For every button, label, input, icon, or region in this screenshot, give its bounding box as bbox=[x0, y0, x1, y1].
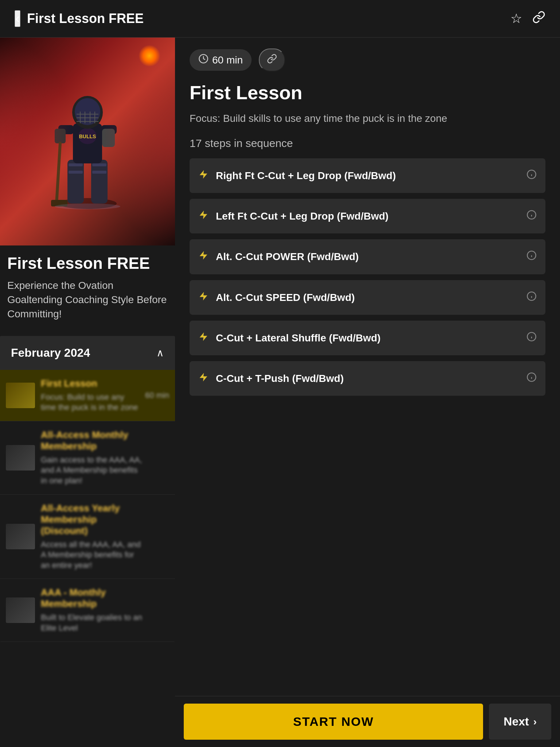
lesson-detail-header: 60 min bbox=[190, 49, 545, 71]
back-button[interactable]: ‹ bbox=[15, 10, 20, 27]
next-arrow-icon: › bbox=[533, 716, 537, 728]
lesson-list-title: First Lesson bbox=[41, 378, 139, 389]
lesson-thumbnail bbox=[6, 383, 35, 408]
lesson-list-title: AAA - Monthly Membership bbox=[41, 587, 144, 609]
lesson-duration: 60 min bbox=[145, 391, 169, 400]
step-item[interactable]: Right Ft C-Cut + Leg Drop (Fwd/Bwd) bbox=[190, 158, 545, 193]
lesson-list-subtitle: Access all the AAA, AA, and A Membership… bbox=[41, 539, 144, 571]
svg-point-15 bbox=[75, 98, 100, 125]
step-text: C-Cut + Lateral Shuffle (Fwd/Bwd) bbox=[216, 331, 519, 345]
sparks-effect bbox=[139, 45, 160, 67]
svg-marker-47 bbox=[200, 373, 207, 381]
steps-count-label: 17 steps in sequence bbox=[190, 137, 545, 150]
copy-link-button[interactable] bbox=[259, 49, 285, 71]
svg-text:BULLS: BULLS bbox=[79, 133, 96, 139]
svg-marker-31 bbox=[200, 211, 207, 219]
info-icon[interactable] bbox=[526, 250, 537, 263]
info-icon[interactable] bbox=[526, 372, 537, 385]
start-now-button[interactable]: START NOW bbox=[184, 704, 483, 740]
right-panel: 60 min First Lesson Focus: Build skills … bbox=[175, 38, 560, 642]
lesson-list-text: All-Access Monthly Membership Gain acces… bbox=[41, 429, 144, 486]
lesson-list-subtitle: Gain access to the AAA, AA, and A Member… bbox=[41, 455, 144, 486]
smoke-effect-left bbox=[0, 38, 73, 245]
lesson-list-text: First Lesson Focus: Build to use any tim… bbox=[41, 378, 139, 413]
month-header[interactable]: February 2024 ∧ bbox=[0, 336, 175, 370]
header-left: ‹ First Lesson FREE bbox=[15, 10, 144, 27]
step-item[interactable]: Left Ft C-Cut + Leg Drop (Fwd/Bwd) bbox=[190, 199, 545, 233]
step-text: C-Cut + T-Push (Fwd/Bwd) bbox=[216, 371, 519, 386]
step-item[interactable]: C-Cut + T-Push (Fwd/Bwd) bbox=[190, 361, 545, 396]
list-item[interactable]: All-Access Yearly Membership (Discount) … bbox=[0, 495, 175, 579]
info-icon[interactable] bbox=[526, 332, 537, 344]
lesson-list-subtitle: Focus: Build to use any time the puck is… bbox=[41, 392, 139, 413]
lesson-list: First Lesson Focus: Build to use any tim… bbox=[0, 370, 175, 642]
smoke-effect-right bbox=[102, 38, 175, 245]
bolt-icon bbox=[198, 291, 209, 304]
lesson-description: Experience the Ovation Goaltending Coach… bbox=[7, 278, 168, 321]
next-button[interactable]: Next › bbox=[489, 704, 551, 740]
main-content: BULLS bbox=[0, 38, 560, 642]
svg-marker-39 bbox=[200, 292, 207, 300]
lesson-thumbnail bbox=[6, 597, 35, 623]
list-item[interactable]: All-Access Monthly Membership Gain acces… bbox=[0, 421, 175, 495]
lesson-thumbnail bbox=[6, 445, 35, 471]
info-icon[interactable] bbox=[526, 169, 537, 182]
steps-list: Right Ft C-Cut + Leg Drop (Fwd/Bwd) Left… bbox=[190, 158, 545, 396]
lesson-focus: Focus: Build skills to use any time the … bbox=[190, 111, 545, 126]
lesson-list-title: All-Access Yearly Membership (Discount) bbox=[41, 503, 144, 537]
step-text: Alt. C-Cut POWER (Fwd/Bwd) bbox=[216, 249, 519, 264]
step-item[interactable]: Alt. C-Cut POWER (Fwd/Bwd) bbox=[190, 239, 545, 274]
info-icon[interactable] bbox=[526, 210, 537, 222]
step-text: Left Ft C-Cut + Leg Drop (Fwd/Bwd) bbox=[216, 209, 519, 223]
month-label: February 2024 bbox=[11, 346, 90, 360]
lesson-meta: First Lesson FREE Experience the Ovation… bbox=[0, 245, 175, 336]
month-section: February 2024 ∧ First Lesson Focus: Buil… bbox=[0, 336, 175, 642]
lesson-title: First Lesson bbox=[190, 82, 545, 104]
left-panel: BULLS bbox=[0, 38, 175, 642]
list-item[interactable]: First Lesson Focus: Build to use any tim… bbox=[0, 370, 175, 421]
step-item[interactable]: Alt. C-Cut SPEED (Fwd/Bwd) bbox=[190, 280, 545, 315]
chevron-up-icon: ∧ bbox=[156, 347, 164, 359]
bolt-icon bbox=[198, 332, 209, 344]
svg-marker-43 bbox=[200, 332, 207, 341]
lesson-list-text: All-Access Yearly Membership (Discount) … bbox=[41, 503, 144, 571]
info-icon[interactable] bbox=[526, 291, 537, 304]
svg-marker-27 bbox=[200, 170, 207, 178]
lesson-hero-image: BULLS bbox=[0, 38, 175, 245]
share-link-button[interactable] bbox=[532, 11, 545, 27]
list-item-inner: First Lesson Focus: Build to use any tim… bbox=[6, 378, 169, 413]
step-text: Right Ft C-Cut + Leg Drop (Fwd/Bwd) bbox=[216, 169, 519, 183]
list-item[interactable]: AAA - Monthly Membership Built to Elevat… bbox=[0, 579, 175, 642]
bottom-action-bar: START NOW Next › bbox=[175, 696, 560, 747]
bookmark-button[interactable]: ☆ bbox=[510, 11, 522, 27]
bolt-icon bbox=[198, 250, 209, 263]
duration-badge: 60 min bbox=[190, 49, 252, 71]
lesson-list-text: AAA - Monthly Membership Built to Elevat… bbox=[41, 587, 144, 633]
header-actions: ☆ bbox=[510, 11, 545, 27]
step-text: Alt. C-Cut SPEED (Fwd/Bwd) bbox=[216, 290, 519, 305]
bolt-icon bbox=[198, 169, 209, 182]
duration-label: 60 min bbox=[212, 54, 243, 66]
header-title: First Lesson FREE bbox=[27, 11, 144, 26]
step-item[interactable]: C-Cut + Lateral Shuffle (Fwd/Bwd) bbox=[190, 321, 545, 355]
svg-marker-35 bbox=[200, 251, 207, 260]
bolt-icon bbox=[198, 372, 209, 385]
lesson-thumbnail bbox=[6, 524, 35, 549]
header: ‹ First Lesson FREE ☆ bbox=[0, 0, 560, 38]
clock-icon bbox=[198, 54, 209, 66]
lesson-list-title: All-Access Monthly Membership bbox=[41, 429, 144, 452]
lesson-name: First Lesson FREE bbox=[7, 254, 168, 272]
next-label: Next bbox=[503, 715, 529, 728]
lesson-list-subtitle: Built to Elevate goalies to an Elite Lev… bbox=[41, 612, 144, 633]
bolt-icon bbox=[198, 210, 209, 222]
